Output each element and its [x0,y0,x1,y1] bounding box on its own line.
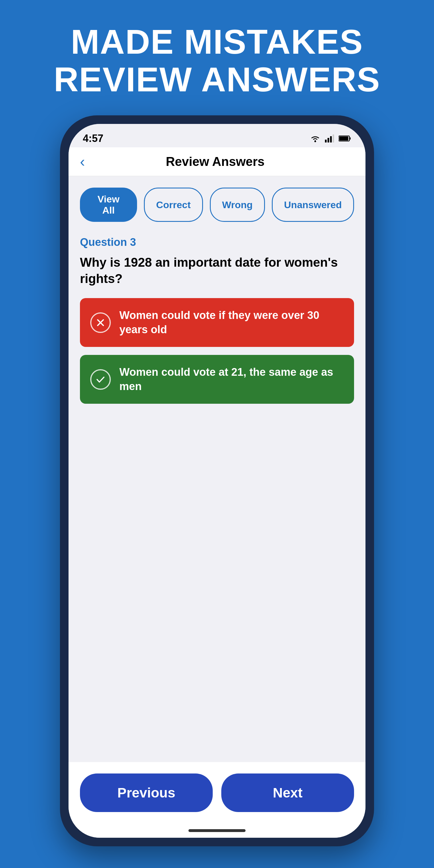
question-text: Why is 1928 an important date for women'… [80,254,354,287]
filter-view-all[interactable]: View All [80,188,137,222]
answer-correct: Women could vote at 21, the same age as … [80,355,354,404]
content-area: Question 3 Why is 1928 an important date… [68,227,366,762]
filter-wrong[interactable]: Wrong [210,188,265,222]
nav-title: Review Answers [93,154,337,169]
next-button[interactable]: Next [221,774,354,812]
answer-wrong: Women could vote if they were over 30 ye… [80,298,354,347]
signal-icon [325,134,334,143]
svg-rect-1 [325,140,327,143]
answer-correct-text: Women could vote at 21, the same age as … [119,365,344,394]
svg-rect-2 [328,138,329,143]
svg-rect-4 [333,134,334,143]
filter-correct[interactable]: Correct [144,188,203,222]
filter-unanswered[interactable]: Unanswered [272,188,354,222]
bottom-bar: Previous Next [68,762,366,829]
status-icons [310,134,351,143]
nav-bar: ‹ Review Answers [68,147,366,176]
answer-wrong-text: Women could vote if they were over 30 ye… [119,308,344,337]
phone-frame: 4:57 [60,115,374,846]
status-time: 4:57 [83,132,103,145]
page-bg-title: MADE MISTAKES REVIEW ANSWERS [54,23,380,98]
wrong-icon [90,312,111,333]
svg-rect-3 [330,136,332,143]
question-label: Question 3 [80,236,354,248]
home-bar [188,829,246,832]
battery-icon [339,135,351,142]
correct-icon [90,369,111,390]
phone-screen: 4:57 [68,124,366,838]
svg-point-0 [314,141,316,142]
status-bar: 4:57 [68,124,366,147]
home-indicator [68,829,366,838]
wifi-icon [310,134,320,143]
svg-rect-6 [349,137,351,140]
back-button[interactable]: ‹ [80,153,85,170]
filter-row: View All Correct Wrong Unanswered [68,176,366,227]
svg-rect-7 [339,136,348,141]
previous-button[interactable]: Previous [80,774,213,812]
